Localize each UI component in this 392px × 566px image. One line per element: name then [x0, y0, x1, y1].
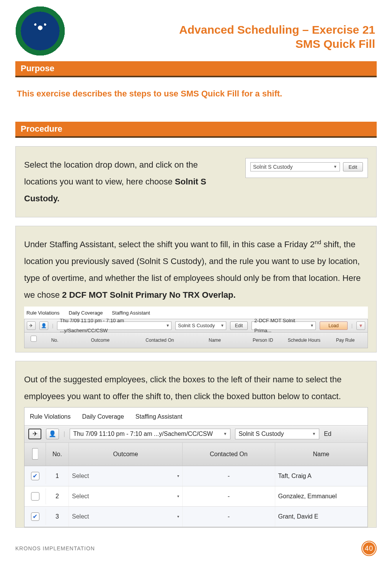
chevron-down-icon: ▼ [223, 430, 227, 438]
outcome-select[interactable]: Select▾ [69, 466, 183, 486]
shift-select[interactable]: Thu 7/09 11:10 pm - 7:10 am ...y/Sachem/… [57, 321, 172, 330]
rule-select[interactable]: 2-DCF MOT Solnit Prima...▼ [252, 321, 316, 330]
location-widget: Solnit S Custody ▼ Edit [245, 158, 368, 178]
outcome-select[interactable]: Select▾ [69, 486, 183, 506]
cell-no: 2 [46, 486, 69, 506]
cell-name: Grant, David E [275, 507, 368, 527]
cell-contacted: - [183, 486, 275, 506]
table-row: 2 Select▾ - Gonzalez, Emmanuel [24, 486, 368, 507]
col-name: Name [275, 443, 368, 466]
edit-button-sa[interactable]: Edit [230, 321, 248, 330]
edit-button[interactable]: Edit [343, 162, 363, 171]
load-button[interactable]: Load [320, 321, 348, 330]
agency-logo [15, 6, 65, 56]
col-contacted: Contacted On [183, 443, 275, 466]
person-add-icon[interactable]: 👤 [39, 321, 48, 330]
staffing-assistant-panel-small: Rule Violations Daily Coverage Staffing … [24, 307, 368, 348]
step-2-text: Under Staffing Assistant, select the shi… [24, 236, 368, 303]
title-line-2: SMS Quick Fill [179, 37, 375, 51]
row-checkbox[interactable] [31, 472, 39, 480]
col-outcome: Outcome [68, 335, 132, 346]
procedure-heading: Procedure [15, 122, 377, 138]
title-line-1: Advanced Scheduling – Exercise 21 [179, 23, 375, 37]
tab-staffing-assistant[interactable]: Staffing Assistant [136, 411, 182, 423]
select-all-checkbox[interactable] [31, 336, 37, 342]
purpose-text: This exercise describes the steps to use… [17, 89, 375, 99]
chevron-down-icon: ▼ [312, 430, 316, 438]
location-select-value: Solnit S Custody [253, 161, 293, 172]
sa-table-header-large: No. Outcome Contacted On Name [24, 443, 368, 466]
row-checkbox[interactable] [31, 492, 39, 501]
outcome-select[interactable]: Select▾ [69, 507, 183, 527]
row-checkbox[interactable] [31, 512, 39, 521]
step-1-text: Select the location drop down, and click… [24, 157, 230, 207]
cell-name: Taft, Craig A [275, 466, 368, 486]
col-name: Name [187, 335, 242, 346]
col-no: No. [46, 443, 69, 466]
cell-name: Gonzalez, Emmanuel [275, 486, 368, 506]
cell-no: 1 [46, 466, 69, 486]
cell-contacted: - [183, 466, 275, 486]
table-row: 3 Select▾ - Grant, David E [24, 507, 368, 527]
col-pay-rule: Pay Rule [325, 335, 366, 346]
col-schedule-hours: Schedule Hours [284, 335, 325, 346]
purpose-heading: Purpose [15, 61, 377, 77]
footer-text: KRONOS IMPLEMENTATION [15, 545, 95, 551]
location-select-sa[interactable]: Solnit S Custody▼ [175, 321, 226, 330]
chevron-down-icon: ▼ [333, 163, 337, 171]
cell-contacted: - [183, 507, 275, 527]
step-3-box: Out of the suggested employees, click th… [15, 361, 377, 528]
col-outcome: Outcome [69, 443, 183, 466]
tab-daily-coverage[interactable]: Daily Coverage [82, 411, 124, 423]
filter-icon[interactable]: ▼ [356, 321, 365, 330]
col-person-id: Person ID [242, 335, 284, 346]
contact-button[interactable]: ✈ [28, 429, 41, 439]
tab-rule-violations[interactable]: Rule Violations [26, 308, 59, 318]
chevron-down-icon: ▼ [310, 322, 314, 329]
col-contacted: Contacted On [132, 335, 188, 346]
contact-icon[interactable]: ✈ [27, 321, 36, 330]
shift-select[interactable]: Thu 7/09 11:10 pm - 7:10 am ...y/Sachem/… [70, 429, 230, 439]
step-3-text: Out of the suggested employees, click th… [24, 371, 368, 405]
tab-rule-violations[interactable]: Rule Violations [30, 411, 70, 423]
chevron-down-icon: ▼ [220, 322, 224, 329]
table-row: 1 Select▾ - Taft, Craig A [24, 466, 368, 486]
location-select[interactable]: Solnit S Custody▼ [235, 429, 319, 439]
step-1-box: Select the location drop down, and click… [15, 146, 377, 217]
location-select[interactable]: Solnit S Custody ▼ [250, 162, 340, 171]
doc-title: Advanced Scheduling – Exercise 21 SMS Qu… [179, 23, 377, 51]
person-add-icon[interactable]: 👤 [46, 429, 59, 439]
col-no: No. [41, 335, 68, 346]
edit-button-partial[interactable]: Ed [324, 428, 332, 440]
step-2-box: Under Staffing Assistant, select the shi… [15, 226, 377, 352]
cell-no: 3 [46, 507, 69, 527]
select-all-checkbox[interactable] [32, 448, 38, 460]
staffing-assistant-panel-large: Rule Violations Daily Coverage Staffing … [24, 407, 368, 527]
sa-table-header: No. Outcome Contacted On Name Person ID … [24, 333, 368, 348]
page-number: 40 [361, 541, 377, 556]
chevron-down-icon: ▼ [166, 322, 170, 329]
